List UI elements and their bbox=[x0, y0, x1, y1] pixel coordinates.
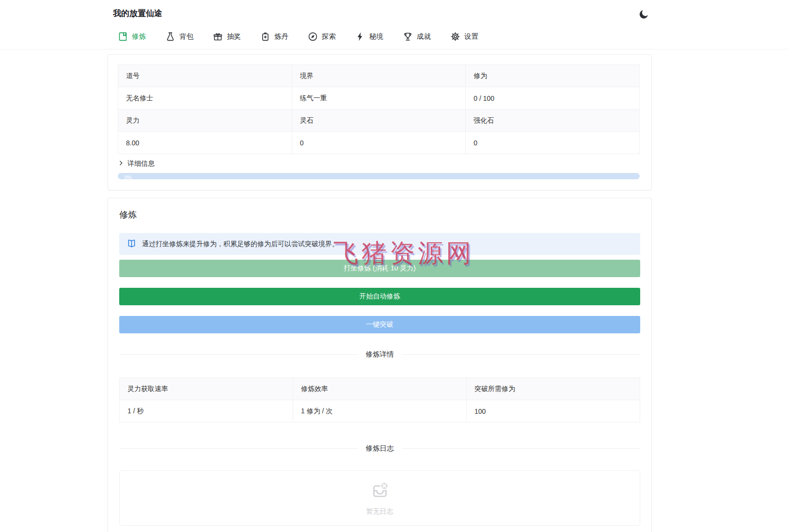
table-row: 8.00 0 0 bbox=[118, 132, 640, 154]
tab-alchemy[interactable]: 炼丹 bbox=[260, 31, 288, 42]
main-tabs: 修炼 背包 抽奖 炼丹 bbox=[118, 31, 788, 49]
table-row: 1 / 秒 1 修为 / 次 100 bbox=[120, 400, 640, 422]
table-cell: 境界 bbox=[292, 65, 466, 87]
tab-settings[interactable]: 设置 bbox=[450, 31, 478, 42]
bookmark-icon bbox=[118, 31, 128, 42]
divider-label: 修炼详情 bbox=[366, 350, 394, 359]
details-toggle-label: 详细信息 bbox=[127, 159, 155, 168]
tab-cultivate[interactable]: 修炼 bbox=[118, 31, 146, 42]
table-cell: 0 / 100 bbox=[466, 87, 640, 110]
theme-toggle-button[interactable] bbox=[636, 7, 651, 22]
tab-backpack[interactable]: 背包 bbox=[165, 31, 193, 42]
tab-label: 背包 bbox=[179, 31, 193, 42]
app-header: 我的放置仙途 修炼 背包 bbox=[0, 0, 788, 49]
breakthrough-button[interactable]: 一键突破 bbox=[119, 316, 640, 333]
card-title: 修炼 bbox=[119, 209, 640, 220]
table-row: 无名修士 练气一重 0 / 100 bbox=[118, 87, 640, 110]
tab-label: 探索 bbox=[322, 31, 336, 42]
divider-label: 修炼日志 bbox=[366, 444, 394, 453]
chevron-right-icon bbox=[118, 160, 124, 168]
cultivation-progress-bar: 0% bbox=[118, 173, 640, 179]
details-toggle[interactable]: 详细信息 bbox=[118, 159, 171, 168]
log-empty-state: 暂无日志 bbox=[119, 470, 640, 526]
tab-secret-realm[interactable]: 秘境 bbox=[355, 31, 383, 42]
meditate-button[interactable]: 打坐修炼 (消耗 10 灵力) bbox=[119, 260, 640, 277]
page-title: 我的放置仙途 bbox=[113, 9, 788, 18]
table-cell: 1 / 秒 bbox=[120, 400, 293, 422]
gear-icon bbox=[450, 31, 460, 42]
table-cell: 突破所需修为 bbox=[467, 378, 640, 400]
moon-icon bbox=[638, 15, 649, 22]
cultivation-tip-text: 通过打坐修炼来提升修为，积累足够的修为后可以尝试突破境界。 bbox=[142, 240, 339, 249]
tab-label: 抽奖 bbox=[227, 31, 241, 42]
table-cell: 灵石 bbox=[292, 110, 466, 132]
tab-label: 修炼 bbox=[132, 31, 146, 42]
tab-label: 设置 bbox=[464, 31, 478, 42]
flask-icon bbox=[165, 31, 175, 42]
table-cell: 道号 bbox=[118, 65, 292, 87]
tab-label: 成就 bbox=[417, 31, 431, 42]
cultivation-tip-alert: 通过打坐修炼来提升修为，积累足够的修为后可以尝试突破境界。 bbox=[119, 233, 640, 255]
stats-table: 灵力获取速率 修炼效率 突破所需修为 1 / 秒 1 修为 / 次 100 bbox=[119, 377, 640, 422]
empty-inbox-icon bbox=[370, 481, 390, 501]
gift-icon bbox=[213, 31, 223, 42]
table-cell: 灵力 bbox=[118, 110, 292, 132]
table-cell: 修炼效率 bbox=[293, 378, 467, 400]
table-cell: 练气一重 bbox=[292, 87, 466, 110]
table-cell: 0 bbox=[466, 132, 640, 154]
table-row: 道号 境界 修为 bbox=[118, 65, 640, 87]
table-cell: 0 bbox=[292, 132, 466, 154]
tab-label: 秘境 bbox=[369, 31, 383, 42]
tab-explore[interactable]: 探索 bbox=[308, 31, 336, 42]
divider-cultivation-details: 修炼详情 bbox=[119, 350, 640, 359]
table-cell: 灵力获取速率 bbox=[120, 378, 293, 400]
divider-cultivation-log: 修炼日志 bbox=[119, 444, 640, 453]
table-cell: 强化石 bbox=[466, 110, 640, 132]
tab-lottery[interactable]: 抽奖 bbox=[213, 31, 241, 42]
table-row: 灵力获取速率 修炼效率 突破所需修为 bbox=[120, 378, 640, 400]
table-cell: 8.00 bbox=[118, 132, 292, 154]
potion-icon bbox=[260, 31, 270, 42]
compass-icon bbox=[308, 31, 318, 42]
status-card: 道号 境界 修为 无名修士 练气一重 0 / 100 灵力 灵石 强化石 8.0… bbox=[108, 54, 652, 190]
tab-label: 炼丹 bbox=[274, 31, 288, 42]
open-book-icon bbox=[126, 238, 137, 250]
table-cell: 无名修士 bbox=[118, 87, 292, 110]
main-content: 道号 境界 修为 无名修士 练气一重 0 / 100 灵力 灵石 强化石 8.0… bbox=[108, 54, 652, 532]
empty-state-text: 暂无日志 bbox=[366, 507, 394, 516]
table-row: 灵力 灵石 强化石 bbox=[118, 110, 640, 132]
lightning-icon bbox=[355, 31, 365, 42]
table-cell: 100 bbox=[467, 400, 640, 422]
cultivation-card: 修炼 通过打坐修炼来提升修为，积累足够的修为后可以尝试突破境界。 打坐修炼 (消… bbox=[108, 198, 652, 532]
auto-cultivate-button[interactable]: 开始自动修炼 bbox=[119, 288, 640, 305]
tab-achievements[interactable]: 成就 bbox=[403, 31, 431, 42]
status-table: 道号 境界 修为 无名修士 练气一重 0 / 100 灵力 灵石 强化石 8.0… bbox=[118, 64, 640, 154]
trophy-icon bbox=[403, 31, 413, 42]
table-cell: 1 修为 / 次 bbox=[293, 400, 467, 422]
table-cell: 修为 bbox=[466, 65, 640, 87]
progress-percent-label: 0% bbox=[125, 174, 132, 179]
